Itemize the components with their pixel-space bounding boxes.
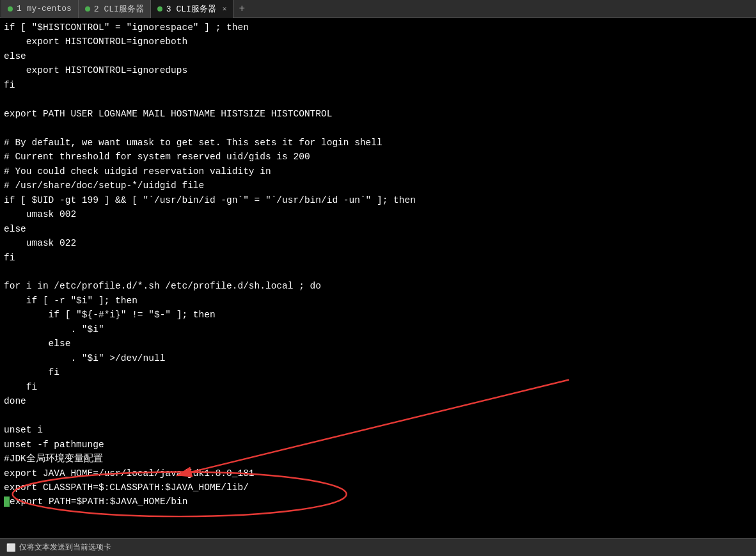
tab-dot-2: [85, 6, 90, 12]
tab-bar: 1 my-centos 2 CLI服务器 3 CLI服务器 ✕ +: [0, 0, 756, 18]
tab-label-2: 2 CLI服务器: [94, 3, 144, 15]
tab-label-1: 1 my-centos: [17, 4, 72, 13]
terminal-text: if [ "$HISTCONTROL" = "ignorespace" ] ; …: [4, 20, 752, 509]
tab-dot-1: [8, 6, 13, 12]
tab-dot-3: [157, 6, 162, 12]
terminal-content[interactable]: if [ "$HISTCONTROL" = "ignorespace" ] ; …: [0, 18, 756, 538]
status-icon: ⬜: [6, 543, 15, 552]
status-text: 仅将文本发送到当前选项卡: [19, 542, 111, 553]
cursor-block: [4, 496, 10, 507]
tab-cli-server-3[interactable]: 3 CLI服务器 ✕: [151, 0, 234, 18]
status-bar: ⬜ 仅将文本发送到当前选项卡: [0, 538, 756, 556]
tab-add-button[interactable]: +: [233, 0, 250, 18]
tab-label-3: 3 CLI服务器: [166, 3, 216, 15]
tab-my-centos[interactable]: 1 my-centos: [1, 0, 79, 18]
tab-cli-server-2[interactable]: 2 CLI服务器: [79, 0, 151, 18]
tab-close-icon[interactable]: ✕: [223, 4, 227, 13]
